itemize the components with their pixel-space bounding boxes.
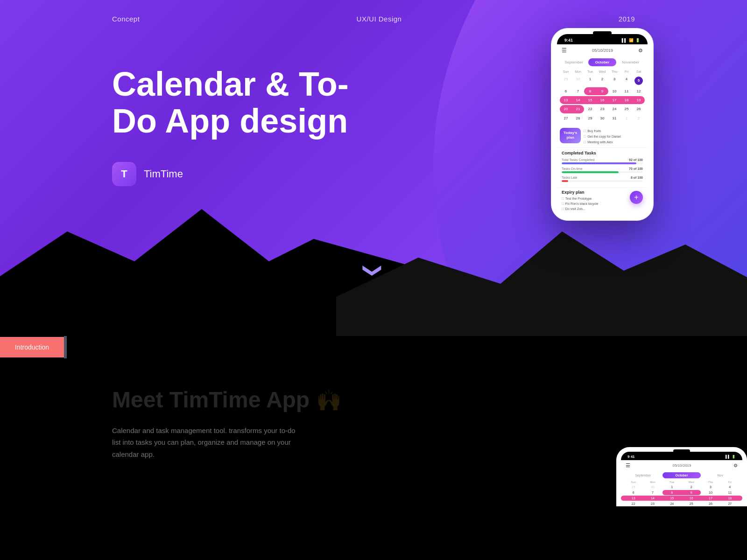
col-fri: Fri bbox=[620, 69, 633, 74]
cal-cell[interactable]: 14 bbox=[572, 96, 584, 104]
tab-october[interactable]: October bbox=[588, 58, 617, 66]
completed-title: Completed Tasks bbox=[562, 151, 643, 155]
phone2-mockup: 9 41 ▌▌ 🔋 ☰ 05/10/2019 ⚙ September Octob… bbox=[616, 447, 747, 507]
stat-total-label: Total Tasks Completed bbox=[562, 158, 594, 161]
cal-cell[interactable]: 6 bbox=[560, 87, 572, 95]
phone2-col-mon: Mon bbox=[643, 480, 662, 484]
phone2-row-2: 6 7 8 9 10 11 bbox=[621, 490, 742, 495]
phone-status-icons: ▌▌ 📶 🔋 bbox=[622, 38, 640, 42]
cal-cell[interactable]: 30 bbox=[572, 75, 584, 86]
col-tue: Tue bbox=[584, 69, 596, 74]
col-sun: Sun bbox=[560, 69, 572, 74]
phone2-settings-icon[interactable]: ⚙ bbox=[733, 463, 738, 468]
phone2-col-fri: Fri bbox=[720, 480, 740, 484]
cal-cell[interactable]: 22 bbox=[584, 105, 596, 113]
todays-plan-section: Today'splan Buy fruits Get the copy for … bbox=[560, 128, 645, 146]
cal-cell[interactable]: 4 bbox=[620, 75, 633, 86]
cal-cell[interactable]: 2 bbox=[633, 114, 645, 122]
cal-cell-pink[interactable]: 8 bbox=[584, 87, 596, 95]
expiry-content: Expiry plan Test the Prototype Fix Ron's… bbox=[562, 190, 630, 212]
cal-row-2: 6 7 8 9 10 11 12 bbox=[560, 87, 645, 95]
plan-label: Today'splan bbox=[560, 128, 581, 143]
phone2-col-tue: Tue bbox=[662, 480, 682, 484]
cal-cell[interactable]: 31 bbox=[608, 114, 620, 122]
month-tabs: September October November bbox=[557, 56, 648, 68]
stat-late-label: Tasks Late bbox=[562, 176, 577, 179]
intro-section: Introduction Meet TimTime App 🙌 Calendar… bbox=[0, 336, 747, 488]
current-date: 05/10/2019 bbox=[567, 48, 638, 53]
cal-cell[interactable]: 29 bbox=[560, 75, 572, 86]
cal-row-5: 27 28 29 30 31 1 2 bbox=[560, 114, 645, 122]
cal-cell[interactable]: 3 bbox=[608, 75, 620, 86]
phone2-screen: ☰ 05/10/2019 ⚙ September October Nov Sun… bbox=[621, 460, 742, 506]
intro-label: Introduction bbox=[0, 337, 64, 357]
cal-cell-pink[interactable]: 20 bbox=[560, 105, 572, 113]
scroll-chevron[interactable]: ❯ bbox=[366, 261, 381, 280]
phone2-tab-september[interactable]: September bbox=[624, 472, 662, 478]
col-wed: Wed bbox=[596, 69, 608, 74]
header-design: UX/UI Design bbox=[357, 15, 402, 23]
progress-fill-total bbox=[562, 162, 636, 164]
cal-cell[interactable]: 7 bbox=[572, 87, 584, 95]
cal-cell[interactable]: 12 bbox=[633, 87, 645, 95]
phone-time: 9:41 bbox=[564, 38, 573, 42]
cal-cell-pink[interactable]: 9 bbox=[596, 87, 608, 95]
progress-fill-ontime bbox=[562, 171, 619, 173]
phone2-tab-october[interactable]: October bbox=[662, 472, 701, 478]
progress-bar-ontime bbox=[562, 171, 643, 173]
phone2-month-tabs: September October Nov bbox=[621, 471, 742, 480]
phone-frame: 9:41 ▌▌ 📶 🔋 ☰ 05/10/2019 ⚙ September bbox=[551, 28, 654, 221]
cal-cell[interactable]: 11 bbox=[620, 87, 633, 95]
cal-cell[interactable]: 28 bbox=[572, 114, 584, 122]
phone2-cal-header: Sun Mon Tue Wed Thu Fri bbox=[621, 480, 742, 484]
cal-cell[interactable]: 26 bbox=[633, 105, 645, 113]
cal-cell[interactable]: 30 bbox=[596, 114, 608, 122]
cal-cell[interactable]: 25 bbox=[620, 105, 633, 113]
expiry-title: Expiry plan bbox=[562, 190, 630, 195]
app-top-bar: ☰ 05/10/2019 ⚙ bbox=[557, 44, 648, 56]
tab-november[interactable]: November bbox=[616, 58, 645, 66]
cal-cell[interactable]: 29 bbox=[584, 114, 596, 122]
phone2-row-3: 13 14 15 16 17 18 bbox=[621, 496, 742, 501]
col-sat: Sat bbox=[633, 69, 645, 74]
cal-cell[interactable]: 10 bbox=[608, 87, 620, 95]
stat-total-value: 92 of 100 bbox=[629, 158, 643, 161]
col-thu: Thu bbox=[608, 69, 620, 74]
header-concept: Concept bbox=[112, 15, 140, 23]
phone2-menu-icon[interactable]: ☰ bbox=[626, 462, 630, 469]
completed-section: Completed Tasks Total Tasks Completed 92… bbox=[557, 147, 648, 188]
phone2-status-bar: 9 41 ▌▌ 🔋 bbox=[621, 452, 742, 460]
cal-cell[interactable]: 23 bbox=[596, 105, 608, 113]
phone2-status-icons: ▌▌ 🔋 bbox=[726, 455, 736, 459]
cal-cell[interactable]: 2 bbox=[596, 75, 608, 86]
expiry-section: Expiry plan Test the Prototype Fix Ron's… bbox=[557, 188, 648, 215]
settings-icon[interactable]: ⚙ bbox=[638, 48, 643, 54]
stat-late: Tasks Late 8 of 100 bbox=[562, 176, 643, 182]
cal-cell[interactable]: 1 bbox=[620, 114, 633, 122]
cal-cell-pink[interactable]: 21 bbox=[572, 105, 584, 113]
menu-icon[interactable]: ☰ bbox=[562, 47, 567, 54]
expiry-task-3: Do visit Zob... bbox=[562, 207, 630, 211]
intro-text: Meet TimTime App 🙌 Calendar and task man… bbox=[112, 386, 635, 460]
cal-cell[interactable]: 1 bbox=[584, 75, 596, 86]
cal-cell[interactable]: 5 bbox=[633, 75, 645, 86]
cal-cell[interactable]: 13 bbox=[560, 96, 572, 104]
cal-cell[interactable]: 16 bbox=[596, 96, 608, 104]
cal-cell[interactable]: 17 bbox=[608, 96, 620, 104]
phone2-frame: 9 41 ▌▌ 🔋 ☰ 05/10/2019 ⚙ September Octob… bbox=[616, 447, 747, 506]
phone-screen: ☰ 05/10/2019 ⚙ September October Novembe… bbox=[557, 44, 648, 215]
cal-cell[interactable]: 24 bbox=[608, 105, 620, 113]
app-name-label: TimTime bbox=[144, 168, 183, 180]
intro-heading: Meet TimTime App 🙌 bbox=[112, 386, 635, 413]
cal-cell[interactable]: 18 bbox=[620, 96, 633, 104]
cal-cell[interactable]: 27 bbox=[560, 114, 572, 122]
hero-title: Calendar & To-Do App design bbox=[112, 66, 392, 140]
tab-september[interactable]: September bbox=[560, 58, 588, 66]
phone-mockup: 9:41 ▌▌ 📶 🔋 ☰ 05/10/2019 ⚙ September bbox=[551, 28, 654, 221]
fab-button[interactable]: + bbox=[630, 191, 643, 204]
phone2-col-sun: Sun bbox=[624, 480, 643, 484]
phone2-tab-november[interactable]: Nov bbox=[701, 472, 740, 478]
cal-cell[interactable]: 19 bbox=[633, 96, 645, 104]
cal-cell[interactable]: 15 bbox=[584, 96, 596, 104]
intro-bar: Introduction bbox=[0, 336, 747, 358]
